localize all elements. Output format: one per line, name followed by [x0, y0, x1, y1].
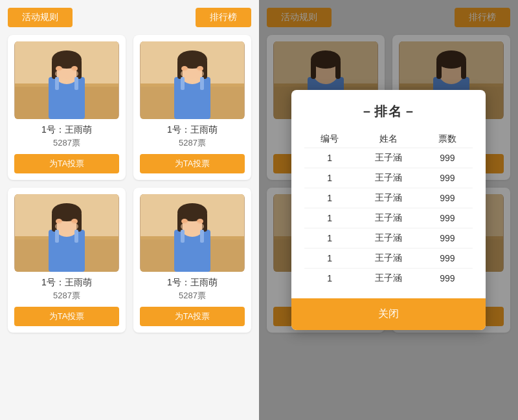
card-1-photo: [14, 41, 119, 119]
card-2-votes: 5287票: [140, 137, 245, 149]
modal-close-button[interactable]: 关闭: [291, 298, 486, 330]
card-4-vote-button[interactable]: 为TA投票: [140, 307, 245, 326]
svg-rect-13: [74, 77, 78, 90]
modal-cell-name: 王子涵: [355, 249, 422, 269]
svg-rect-51: [181, 230, 185, 243]
card-2: 1号：王雨萌 5287票 为TA投票: [133, 35, 251, 180]
modal-cell-rank: 1: [304, 208, 355, 228]
modal-cell-name: 王子涵: [355, 188, 422, 208]
modal-cell-rank: 1: [304, 188, 355, 208]
card-4: 1号：王雨萌 5287票 为TA投票: [133, 188, 251, 333]
card-1-votes: 5287票: [14, 137, 119, 149]
modal-cell-votes: 999: [422, 168, 473, 188]
col-name-header: 姓名: [355, 131, 422, 148]
card-2-photo: [140, 41, 245, 119]
card-4-photo: [140, 194, 245, 272]
svg-rect-38: [55, 230, 59, 243]
svg-rect-12: [55, 77, 59, 90]
card-2-name: 1号：王雨萌: [140, 124, 245, 136]
right-panel: 活动规则 排行榜 1号：王雨萌 5: [259, 0, 518, 420]
card-4-votes: 5287票: [140, 290, 245, 302]
svg-rect-39: [74, 230, 78, 243]
card-3-votes: 5287票: [14, 290, 119, 302]
modal-table-row: 1王子涵999: [304, 249, 473, 269]
svg-rect-26: [200, 77, 204, 90]
modal-table-header: 编号 姓名 票数: [304, 131, 473, 148]
modal-cell-name: 王子涵: [355, 228, 422, 249]
modal-table-row: 1王子涵999: [304, 188, 473, 208]
modal-cell-name: 王子涵: [355, 269, 422, 289]
svg-rect-52: [200, 230, 204, 243]
modal-table-row: 1王子涵999: [304, 208, 473, 228]
modal-cell-rank: 1: [304, 168, 355, 188]
modal-overlay: －排名－ 编号 姓名 票数 1王子涵9991王子涵9991王子涵9991王子涵9…: [259, 0, 518, 420]
card-1: 1号：王雨萌 5287票 为TA投票: [8, 35, 126, 180]
card-3-vote-button[interactable]: 为TA投票: [14, 307, 119, 326]
modal-cell-rank: 1: [304, 228, 355, 249]
ranking-modal: －排名－ 编号 姓名 票数 1王子涵9991王子涵9991王子涵9991王子涵9…: [291, 90, 486, 330]
modal-table-row: 1王子涵999: [304, 228, 473, 249]
modal-cell-name: 王子涵: [355, 168, 422, 188]
modal-title: －排名－: [304, 103, 473, 120]
left-top-bar: 活动规则 排行榜: [8, 8, 251, 27]
left-rules-button[interactable]: 活动规则: [8, 8, 73, 27]
card-3: 1号：王雨萌 5287票 为TA投票: [8, 188, 126, 333]
modal-cell-rank: 1: [304, 249, 355, 269]
modal-table-row: 1王子涵999: [304, 269, 473, 289]
modal-table: 编号 姓名 票数 1王子涵9991王子涵9991王子涵9991王子涵9991王子…: [304, 131, 473, 288]
svg-rect-25: [181, 77, 185, 90]
col-votes-header: 票数: [422, 131, 473, 148]
col-rank-header: 编号: [304, 131, 355, 148]
card-2-vote-button[interactable]: 为TA投票: [140, 154, 245, 173]
left-panel: 活动规则 排行榜: [0, 0, 259, 420]
modal-cell-votes: 999: [422, 249, 473, 269]
modal-cell-name: 王子涵: [355, 148, 422, 168]
card-3-photo: [14, 194, 119, 272]
left-card-grid: 1号：王雨萌 5287票 为TA投票: [8, 35, 251, 333]
card-3-name: 1号：王雨萌: [14, 277, 119, 289]
modal-cell-votes: 999: [422, 148, 473, 168]
card-4-name: 1号：王雨萌: [140, 277, 245, 289]
modal-table-row: 1王子涵999: [304, 148, 473, 168]
card-1-name: 1号：王雨萌: [14, 124, 119, 136]
modal-cell-votes: 999: [422, 228, 473, 249]
modal-cell-votes: 999: [422, 208, 473, 228]
card-1-vote-button[interactable]: 为TA投票: [14, 154, 119, 173]
modal-cell-name: 王子涵: [355, 208, 422, 228]
modal-cell-rank: 1: [304, 148, 355, 168]
modal-table-row: 1王子涵999: [304, 168, 473, 188]
modal-cell-votes: 999: [422, 269, 473, 289]
modal-cell-rank: 1: [304, 269, 355, 289]
modal-cell-votes: 999: [422, 188, 473, 208]
left-ranking-button[interactable]: 排行榜: [196, 8, 251, 27]
